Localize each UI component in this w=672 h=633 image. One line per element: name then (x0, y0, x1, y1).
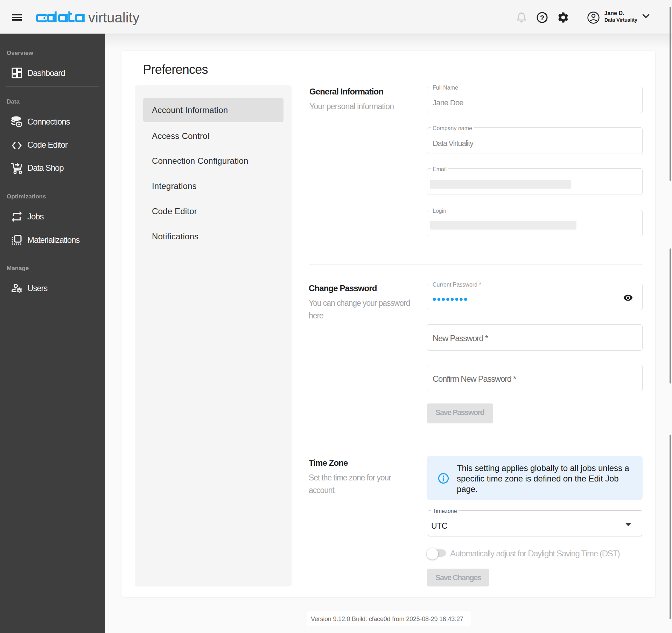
svg-text:?: ? (540, 14, 544, 22)
